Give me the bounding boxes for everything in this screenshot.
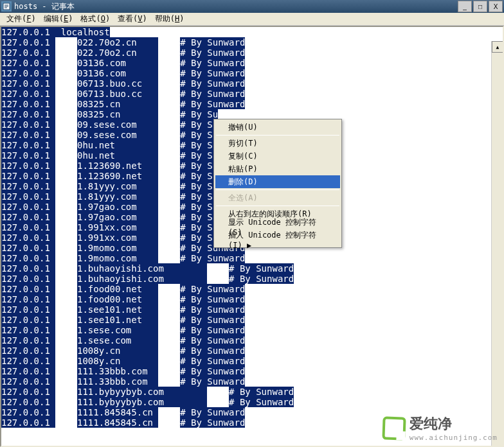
text-line[interactable]: 127.0.0.1 1.food00.net # By Sunward bbox=[1, 284, 503, 294]
watermark: 爱纯净 www.aichunjing.com bbox=[382, 414, 498, 442]
text-line[interactable]: 127.0.0.1 111.33bbb.com # By Sunward bbox=[1, 376, 503, 387]
context-menu-separator bbox=[216, 135, 339, 136]
context-menu-separator bbox=[216, 189, 339, 190]
text-line[interactable]: 127.0.0.1 1.sese.com # By Sunward bbox=[1, 325, 503, 335]
text-line[interactable]: 127.0.0.1 1008y.cn # By Sunward bbox=[1, 346, 503, 356]
context-menu-item[interactable]: 撤销(U) bbox=[215, 121, 340, 134]
context-menu-item[interactable]: 粘贴(P) bbox=[215, 162, 340, 175]
text-line[interactable]: 127.0.0.1 022.70o2.cn # By Sunward bbox=[1, 48, 503, 58]
text-line[interactable]: 127.0.0.1 1008y.cn # By Sunward bbox=[1, 356, 503, 366]
menu-h[interactable]: 帮助(H) bbox=[151, 12, 188, 26]
text-line[interactable]: 127.0.0.1 1.see101.net # By Sunward bbox=[1, 304, 503, 315]
text-line[interactable]: 127.0.0.1 08325.cn # By Su bbox=[1, 109, 503, 119]
menu-e[interactable]: 编辑(E) bbox=[40, 12, 77, 26]
text-line[interactable]: 127.0.0.1 03136.com # By Sunward bbox=[1, 68, 503, 78]
text-line[interactable]: 127.0.0.1 1.buhaoyishi.com # By Sunward bbox=[1, 274, 503, 284]
watermark-brand: 爱纯净 bbox=[410, 414, 498, 434]
text-line[interactable]: 127.0.0.1 1.9momo.com # By Sunward bbox=[1, 253, 503, 263]
context-menu-separator bbox=[216, 206, 339, 206]
context-menu-item[interactable]: 插入 Unicode 控制字符(I) ▶ bbox=[215, 233, 340, 246]
titlebar[interactable]: hosts - 记事本 _ □ X bbox=[0, 0, 504, 13]
text-line[interactable]: 127.0.0.1 1.food00.net # By Sunward bbox=[1, 294, 503, 304]
text-line[interactable]: 127.0.0.1 111.bybyybyb.com # By Sunward bbox=[1, 397, 503, 407]
text-line[interactable]: 127.0.0.1 1.see101.net # By Sunward bbox=[1, 315, 503, 325]
menu-f[interactable]: 文件(F) bbox=[3, 12, 40, 26]
text-line[interactable]: 127.0.0.1 localhost bbox=[1, 27, 503, 37]
context-menu-item[interactable]: 剪切(T) bbox=[215, 137, 340, 150]
window-title: hosts - 记事本 bbox=[14, 1, 458, 12]
watermark-logo-icon bbox=[382, 416, 406, 440]
context-menu-item[interactable]: 删除(D) bbox=[215, 175, 340, 188]
context-menu-item[interactable]: 复制(C) bbox=[215, 150, 340, 162]
text-line[interactable]: 127.0.0.1 022.70o2.cn # By Sunward bbox=[1, 37, 503, 48]
window-controls: _ □ X bbox=[458, 1, 503, 12]
close-button[interactable]: X bbox=[489, 1, 503, 12]
menu-v[interactable]: 查看(V) bbox=[114, 12, 151, 26]
text-line[interactable]: 127.0.0.1 06713.buo.cc # By Sunward bbox=[1, 78, 503, 89]
menubar: 文件(F)编辑(E)格式(O)查看(V)帮助(H) bbox=[0, 13, 504, 26]
vertical-scrollbar[interactable]: ▲ bbox=[491, 41, 503, 446]
text-line[interactable]: 127.0.0.1 03136.com # By Sunward bbox=[1, 58, 503, 68]
context-menu: 撤销(U)剪切(T)复制(C)粘贴(P)删除(D)全选(A)从右到左的阅读顺序(… bbox=[213, 119, 342, 248]
menu-o[interactable]: 格式(O) bbox=[76, 12, 114, 26]
minimize-button[interactable]: _ bbox=[458, 1, 472, 12]
maximize-button[interactable]: □ bbox=[473, 1, 487, 12]
app-icon bbox=[1, 1, 12, 12]
text-line[interactable]: 127.0.0.1 111.bybyybyb.com # By Sunward bbox=[1, 387, 503, 397]
text-line[interactable]: 127.0.0.1 1.buhaoyishi.com # By Sunward bbox=[1, 263, 503, 274]
text-line[interactable]: 127.0.0.1 111.33bbb.com # By Sunward bbox=[1, 366, 503, 376]
watermark-url: www.aichunjing.com bbox=[410, 434, 498, 442]
text-line[interactable]: 127.0.0.1 06713.buo.cc # By Sunward bbox=[1, 89, 503, 99]
context-menu-item: 全选(A) bbox=[215, 191, 340, 204]
text-line[interactable]: 127.0.0.1 1.sese.com # By Sunward bbox=[1, 335, 503, 346]
scroll-up-button[interactable]: ▲ bbox=[492, 41, 503, 53]
text-line[interactable]: 127.0.0.1 08325.cn # By Sunward bbox=[1, 99, 503, 109]
